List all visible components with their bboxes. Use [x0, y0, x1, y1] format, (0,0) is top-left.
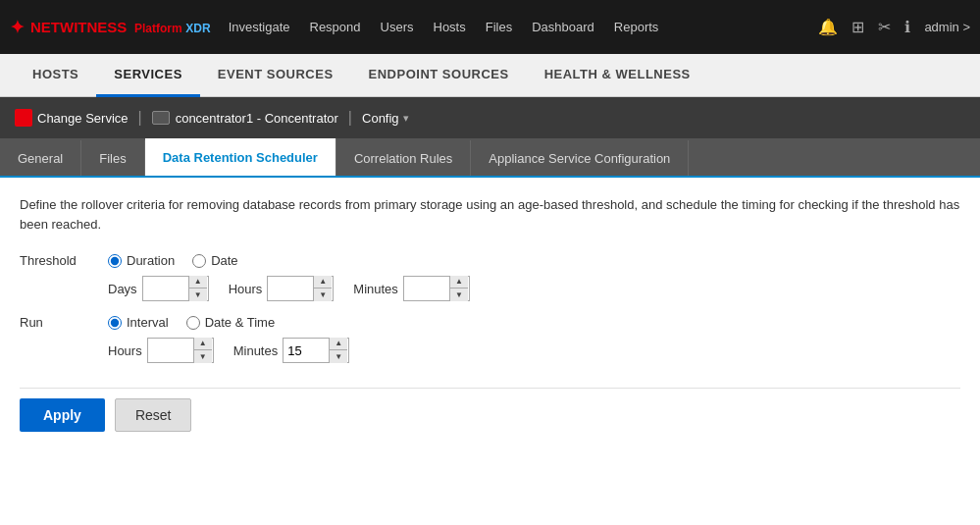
hours-threshold-field: Hours ▲ ▼: [229, 276, 335, 301]
minutes-threshold-spinner[interactable]: ▲ ▼: [403, 276, 470, 301]
hours-run-spinner[interactable]: ▲ ▼: [147, 338, 214, 363]
nav-hosts[interactable]: Hosts: [434, 16, 466, 38]
days-field: Days ▲ ▼: [108, 276, 209, 301]
tabs-bar: General Files Data Retention Scheduler C…: [0, 138, 980, 178]
minutes-threshold-decrement-button[interactable]: ▼: [450, 289, 468, 301]
info-icon[interactable]: ℹ: [904, 18, 910, 36]
secondary-navigation: HOSTS SERVICES EVENT SOURCES ENDPOINT SO…: [0, 54, 980, 97]
minutes-threshold-field: Minutes ▲ ▼: [353, 276, 470, 301]
reset-button[interactable]: Reset: [115, 398, 192, 432]
tab-files[interactable]: Files: [81, 140, 144, 176]
bell-icon[interactable]: 🔔: [818, 18, 838, 36]
main-content: Define the rollover criteria for removin…: [0, 178, 980, 446]
nav-investigate[interactable]: Investigate: [229, 16, 290, 38]
threshold-radio-group: Duration Date: [108, 253, 238, 268]
minutes-threshold-label: Minutes: [353, 282, 398, 296]
brand-logo: ✦ NETWITNESS Platform XDR: [10, 17, 211, 38]
nav-files[interactable]: Files: [486, 16, 512, 38]
hours-run-increment-button[interactable]: ▲: [194, 338, 212, 350]
minutes-run-increment-button[interactable]: ▲: [330, 338, 347, 350]
tab-data-retention[interactable]: Data Retention Scheduler: [145, 138, 336, 176]
concentrator-badge: concentrator1 - Concentrator: [152, 111, 338, 126]
tab-general[interactable]: General: [0, 140, 81, 176]
threshold-duration-radio[interactable]: [108, 254, 122, 268]
minutes-threshold-increment-button[interactable]: ▲: [450, 276, 468, 289]
minutes-run-spinner[interactable]: ▲ ▼: [283, 338, 349, 363]
breadcrumb-bar: Change Service | concentrator1 - Concent…: [0, 97, 980, 138]
sec-nav-endpoint-sources[interactable]: ENDPOINT SOURCES: [351, 54, 527, 97]
hours-run-input[interactable]: [148, 339, 193, 362]
hours-run-label: Hours: [108, 343, 142, 358]
grid-icon[interactable]: ⊞: [851, 18, 864, 36]
nav-items: Investigate Respond Users Hosts Files Da…: [229, 16, 819, 38]
config-label: Config: [362, 111, 399, 126]
run-interval-radio[interactable]: [108, 316, 122, 330]
nav-users[interactable]: Users: [381, 16, 414, 38]
hours-threshold-increment-button[interactable]: ▲: [314, 276, 332, 289]
threshold-date-radio[interactable]: [192, 254, 206, 268]
run-datetime-label: Date & Time: [205, 315, 276, 330]
hours-threshold-decrement-button[interactable]: ▼: [314, 289, 332, 301]
threshold-row: Threshold Duration Date: [20, 253, 960, 268]
sec-nav-services[interactable]: SERVICES: [96, 54, 200, 97]
hours-threshold-input[interactable]: [268, 277, 313, 300]
tab-appliance-config[interactable]: Appliance Service Configuration: [471, 140, 689, 176]
brand-name: NETWITNESS Platform XDR: [30, 19, 211, 35]
threshold-label: Threshold: [20, 253, 88, 268]
run-row: Run Interval Date & Time: [20, 315, 960, 330]
run-datetime-radio[interactable]: [186, 316, 200, 330]
days-spinner[interactable]: ▲ ▼: [142, 276, 209, 301]
hours-run-field: Hours ▲ ▼: [108, 338, 214, 363]
days-input[interactable]: [143, 277, 188, 300]
concentrator-label: concentrator1 - Concentrator: [176, 111, 338, 126]
hours-run-decrement-button[interactable]: ▼: [194, 350, 212, 363]
minutes-run-spinner-buttons: ▲ ▼: [329, 338, 347, 363]
minutes-threshold-spinner-buttons: ▲ ▼: [449, 276, 468, 301]
top-navigation: ✦ NETWITNESS Platform XDR Investigate Re…: [0, 0, 980, 54]
nav-right: 🔔 ⊞ ✂ ℹ admin >: [818, 18, 970, 36]
sec-nav-hosts[interactable]: HOSTS: [15, 54, 96, 97]
run-spinners-row: Hours ▲ ▼ Minutes ▲ ▼: [108, 338, 960, 363]
threshold-date-label: Date: [211, 253, 237, 268]
breadcrumb-separator-1: |: [138, 109, 142, 127]
page-description: Define the rollover criteria for removin…: [20, 195, 960, 234]
action-buttons: Apply Reset: [20, 388, 960, 432]
minutes-threshold-input[interactable]: [404, 277, 449, 300]
hours-threshold-spinner-buttons: ▲ ▼: [313, 276, 332, 301]
threshold-date-option[interactable]: Date: [192, 253, 237, 268]
nav-reports[interactable]: Reports: [614, 16, 659, 38]
minutes-run-decrement-button[interactable]: ▼: [330, 350, 347, 363]
threshold-duration-label: Duration: [127, 253, 175, 268]
change-service-button[interactable]: Change Service: [15, 109, 129, 127]
change-service-icon: [15, 109, 32, 127]
nav-respond[interactable]: Respond: [310, 16, 361, 38]
days-label: Days: [108, 282, 137, 296]
run-interval-option[interactable]: Interval: [108, 315, 169, 330]
threshold-spinners-row: Days ▲ ▼ Hours ▲ ▼ Minutes: [108, 276, 960, 301]
run-datetime-option[interactable]: Date & Time: [186, 315, 276, 330]
change-service-label: Change Service: [37, 111, 129, 126]
run-radio-group: Interval Date & Time: [108, 315, 275, 330]
tab-correlation-rules[interactable]: Correlation Rules: [336, 140, 471, 176]
threshold-duration-option[interactable]: Duration: [108, 253, 175, 268]
apply-button[interactable]: Apply: [20, 398, 105, 432]
sec-nav-event-sources[interactable]: EVENT SOURCES: [200, 54, 351, 97]
breadcrumb-separator-2: |: [348, 109, 352, 127]
days-increment-button[interactable]: ▲: [189, 276, 207, 289]
concentrator-icon: [152, 111, 170, 125]
hours-threshold-spinner[interactable]: ▲ ▼: [267, 276, 334, 301]
config-button[interactable]: Config ▾: [362, 111, 409, 126]
admin-menu[interactable]: admin >: [924, 20, 970, 34]
settings-icon[interactable]: ✂: [878, 18, 891, 36]
run-label: Run: [20, 315, 88, 330]
nav-dashboard[interactable]: Dashboard: [532, 16, 594, 38]
days-decrement-button[interactable]: ▼: [189, 289, 207, 301]
minutes-run-field: Minutes ▲ ▼: [233, 338, 350, 363]
hours-threshold-label: Hours: [229, 282, 263, 296]
config-chevron-icon: ▾: [403, 112, 409, 125]
run-interval-label: Interval: [127, 315, 169, 330]
minutes-run-input[interactable]: [284, 339, 329, 362]
minutes-run-label: Minutes: [233, 343, 279, 358]
sec-nav-health-wellness[interactable]: HEALTH & WELLNESS: [527, 54, 708, 97]
nw-icon: ✦: [10, 17, 25, 38]
